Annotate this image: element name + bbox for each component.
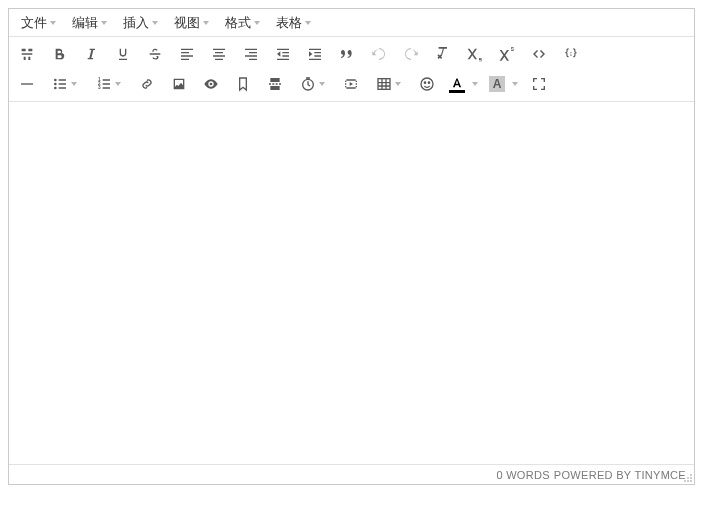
statusbar: 0 WORDS POWERED BY TINYMCE	[9, 464, 694, 484]
chevron-down-icon	[254, 21, 260, 25]
resize-handle-icon[interactable]	[683, 473, 693, 483]
align-right-button[interactable]	[237, 40, 265, 68]
svg-point-10	[424, 82, 425, 83]
pagebreak-button[interactable]	[261, 70, 289, 98]
svg-point-1	[54, 79, 57, 82]
menu-table[interactable]: 表格	[268, 9, 319, 36]
svg-point-3	[54, 87, 57, 90]
background-color-button[interactable]: A	[485, 70, 521, 98]
subscript-icon	[467, 46, 483, 62]
numbered-list-icon: 123	[96, 76, 112, 92]
anchor-button[interactable]	[229, 70, 257, 98]
menu-view[interactable]: 视图	[166, 9, 217, 36]
emoticons-button[interactable]	[413, 70, 441, 98]
chevron-down-icon	[203, 21, 209, 25]
link-button[interactable]	[133, 70, 161, 98]
svg-rect-8	[378, 79, 390, 90]
remove-format-button[interactable]	[429, 40, 457, 68]
fullscreen-button[interactable]	[525, 70, 553, 98]
hr-button[interactable]	[13, 70, 41, 98]
table-button[interactable]	[369, 70, 409, 98]
superscript-button[interactable]	[493, 40, 521, 68]
toolbar: 123	[9, 37, 694, 102]
menu-edit[interactable]: 编辑	[64, 9, 115, 36]
menubar: 文件 编辑 插入 视图 格式 表格	[9, 9, 694, 37]
text-color-button[interactable]	[445, 70, 481, 98]
outdent-icon	[275, 46, 291, 62]
blockquote-button[interactable]	[333, 40, 361, 68]
outdent-button[interactable]	[269, 40, 297, 68]
chevron-down-icon	[472, 82, 478, 86]
svg-point-16	[687, 480, 689, 482]
media-icon	[343, 76, 359, 92]
word-count-value: 0	[496, 469, 502, 481]
clear-format-icon	[435, 46, 451, 62]
codesample-button[interactable]	[557, 40, 585, 68]
eye-icon	[203, 76, 219, 92]
menu-table-label: 表格	[276, 14, 302, 32]
chevron-down-icon	[50, 21, 56, 25]
code-icon	[531, 46, 547, 62]
numbered-list-button[interactable]: 123	[89, 70, 129, 98]
strikethrough-icon	[147, 46, 163, 62]
bold-icon	[51, 46, 67, 62]
svg-point-2	[54, 83, 57, 86]
code-button[interactable]	[525, 40, 553, 68]
code-block-icon	[563, 46, 579, 62]
preview-button[interactable]	[197, 70, 225, 98]
svg-point-11	[428, 82, 429, 83]
svg-point-9	[421, 78, 433, 90]
redo-icon	[403, 46, 419, 62]
underline-icon	[115, 46, 131, 62]
image-button[interactable]	[165, 70, 193, 98]
menu-file[interactable]: 文件	[13, 9, 64, 36]
quote-icon	[339, 46, 355, 62]
chevron-down-icon	[395, 82, 401, 86]
editor-container: 文件 编辑 插入 视图 格式 表格	[8, 8, 695, 485]
svg-text:3: 3	[98, 85, 101, 90]
italic-button[interactable]	[77, 40, 105, 68]
table-icon	[376, 76, 392, 92]
chevron-down-icon	[305, 21, 311, 25]
indent-button[interactable]	[301, 40, 329, 68]
indent-icon	[307, 46, 323, 62]
svg-point-17	[690, 480, 692, 482]
menu-insert-label: 插入	[123, 14, 149, 32]
menu-insert[interactable]: 插入	[115, 9, 166, 36]
bold-button[interactable]	[45, 40, 73, 68]
align-left-icon	[179, 46, 195, 62]
datetime-button[interactable]	[293, 70, 333, 98]
undo-button[interactable]	[365, 40, 393, 68]
menu-view-label: 视图	[174, 14, 200, 32]
link-icon	[139, 76, 155, 92]
bullet-list-icon	[52, 76, 68, 92]
underline-button[interactable]	[109, 40, 137, 68]
media-button[interactable]	[337, 70, 365, 98]
strikethrough-button[interactable]	[141, 40, 169, 68]
align-center-button[interactable]	[205, 40, 233, 68]
word-count-label: WORDS	[506, 469, 550, 481]
pagebreak-icon	[267, 76, 283, 92]
image-icon	[171, 76, 187, 92]
svg-rect-0	[21, 83, 33, 84]
align-left-button[interactable]	[173, 40, 201, 68]
powered-by[interactable]: POWERED BY TINYMCE	[554, 469, 686, 481]
align-right-icon	[243, 46, 259, 62]
format-painter-button[interactable]	[13, 40, 41, 68]
chevron-down-icon	[319, 82, 325, 86]
menu-edit-label: 编辑	[72, 14, 98, 32]
clock-icon	[300, 76, 316, 92]
chevron-down-icon	[512, 82, 518, 86]
svg-point-15	[684, 480, 686, 482]
bullet-list-button[interactable]	[45, 70, 85, 98]
redo-button[interactable]	[397, 40, 425, 68]
word-count[interactable]: 0 WORDS	[496, 469, 549, 481]
subscript-button[interactable]	[461, 40, 489, 68]
editor-content-area[interactable]	[9, 102, 694, 464]
chevron-down-icon	[71, 82, 77, 86]
highlight-icon: A	[489, 76, 505, 92]
smile-icon	[419, 76, 435, 92]
svg-point-12	[690, 474, 692, 476]
menu-file-label: 文件	[21, 14, 47, 32]
menu-format[interactable]: 格式	[217, 9, 268, 36]
